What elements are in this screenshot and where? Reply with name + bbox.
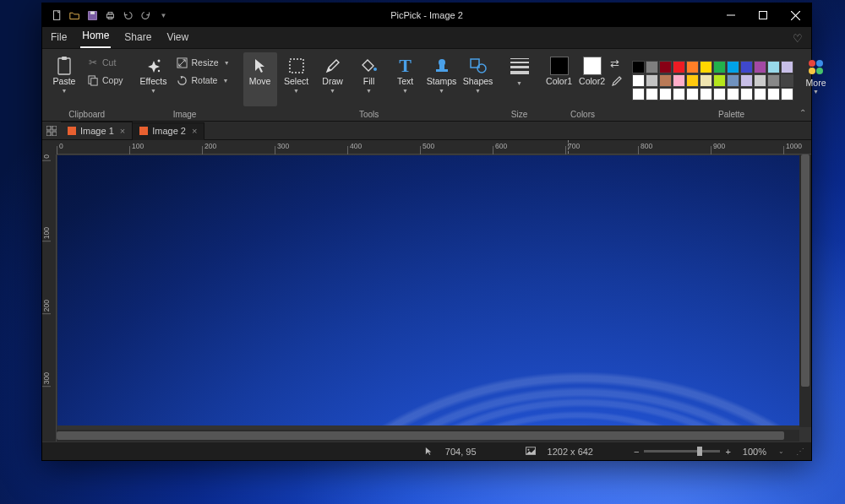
palette-color[interactable] xyxy=(740,61,753,73)
redo-icon[interactable] xyxy=(139,9,152,22)
canvas-dim-icon xyxy=(526,447,536,456)
palette-color[interactable] xyxy=(740,88,753,100)
ruler-tick: 200 xyxy=(42,300,51,314)
tab-layout-icon[interactable] xyxy=(42,123,61,138)
rotate-button[interactable]: Rotate ▼ xyxy=(173,72,233,89)
palette-color[interactable] xyxy=(727,88,739,100)
palette-color[interactable] xyxy=(713,74,726,87)
svg-rect-17 xyxy=(290,59,303,73)
resize-grip-icon[interactable]: ⋰ xyxy=(796,447,804,456)
color2-button[interactable]: Color2 xyxy=(577,52,608,106)
palette-color[interactable] xyxy=(673,88,685,100)
tab-home[interactable]: Home xyxy=(80,26,111,48)
zoom-slider[interactable]: − + xyxy=(634,447,731,457)
palette-color[interactable] xyxy=(686,61,699,73)
more-colors-button[interactable]: More ▼ xyxy=(801,54,831,108)
paste-button[interactable]: Paste ▼ xyxy=(47,52,81,106)
tab-view[interactable]: View xyxy=(165,28,190,48)
palette-color[interactable] xyxy=(767,88,780,100)
palette-color[interactable] xyxy=(713,61,726,73)
close-button[interactable] xyxy=(779,3,811,27)
palette-color[interactable] xyxy=(781,61,793,73)
effects-button[interactable]: Effects ▼ xyxy=(137,52,171,106)
palette-color[interactable] xyxy=(686,74,699,87)
new-file-icon[interactable] xyxy=(51,9,63,22)
palette-color[interactable] xyxy=(632,88,645,100)
group-colors: Color1 Color2 ⇄ Colors xyxy=(539,49,627,121)
palette-color[interactable] xyxy=(713,88,726,100)
palette-color[interactable] xyxy=(700,61,712,73)
canvas[interactable] xyxy=(57,155,799,425)
fill-tool-button[interactable]: Fill ▼ xyxy=(352,52,386,106)
zoom-out-icon[interactable]: − xyxy=(634,447,639,457)
ruler-horizontal[interactable]: 01002003004005006007008009001000 xyxy=(57,140,811,154)
move-tool-button[interactable]: Move xyxy=(243,52,277,106)
bucket-icon xyxy=(359,56,379,76)
palette-color[interactable] xyxy=(686,88,699,100)
palette-color[interactable] xyxy=(632,74,645,87)
group-label: Image xyxy=(173,109,197,119)
tab-share[interactable]: Share xyxy=(123,28,153,48)
text-tool-button[interactable]: T Text ▼ xyxy=(389,52,422,106)
clipboard-icon xyxy=(54,56,74,76)
palette-color[interactable] xyxy=(646,74,658,87)
copy-button[interactable]: Copy xyxy=(84,72,127,89)
palette-color[interactable] xyxy=(781,74,793,87)
group-label: Colors xyxy=(570,109,595,119)
palette-color[interactable] xyxy=(767,74,780,87)
size-button[interactable]: ▼ xyxy=(505,52,534,106)
group-label: Size xyxy=(511,109,527,119)
cut-button[interactable]: ✂ Cut xyxy=(84,54,127,71)
undo-icon[interactable] xyxy=(122,9,134,22)
scrollbar-vertical[interactable] xyxy=(799,154,811,427)
ruler-tick: 0 xyxy=(42,154,51,161)
palette-color[interactable] xyxy=(673,74,685,87)
palette-color[interactable] xyxy=(767,61,780,73)
draw-tool-button[interactable]: Draw ▼ xyxy=(316,52,350,106)
open-file-icon[interactable] xyxy=(68,9,81,22)
palette-color[interactable] xyxy=(727,61,739,73)
chevron-down-icon: ▼ xyxy=(222,78,228,84)
zoom-in-icon[interactable]: + xyxy=(725,447,730,457)
collapse-ribbon-icon[interactable]: ⌃ xyxy=(799,108,806,117)
palette-color[interactable] xyxy=(632,61,645,73)
palette-color[interactable] xyxy=(754,61,766,73)
app-window: ▼ PicPick - Image 2 File Home Share View… xyxy=(41,3,812,461)
print-icon[interactable] xyxy=(104,9,117,22)
color1-button[interactable]: Color1 xyxy=(544,52,575,106)
palette-color[interactable] xyxy=(673,61,685,73)
maximize-button[interactable] xyxy=(747,3,779,27)
palette-color[interactable] xyxy=(700,88,712,100)
palette-color[interactable] xyxy=(659,74,672,87)
save-icon[interactable] xyxy=(86,9,99,22)
shapes-tool-button[interactable]: Shapes ▼ xyxy=(461,52,495,106)
palette-color[interactable] xyxy=(659,61,672,73)
palette-color[interactable] xyxy=(659,88,672,100)
palette-color[interactable] xyxy=(646,61,658,73)
palette-color[interactable] xyxy=(727,74,739,87)
zoom-dropdown-icon[interactable]: ⌄ xyxy=(778,447,784,455)
select-tool-button[interactable]: Select ▼ xyxy=(280,52,313,106)
resize-button[interactable]: Resize ▼ xyxy=(173,54,233,71)
scrollbar-horizontal[interactable] xyxy=(57,430,799,442)
stamps-tool-button[interactable]: Stamps ▼ xyxy=(425,52,459,106)
doctab-image2[interactable]: Image 2 × xyxy=(133,122,204,140)
palette-color[interactable] xyxy=(754,88,766,100)
palette-color[interactable] xyxy=(740,74,753,87)
palette-color[interactable] xyxy=(700,74,712,87)
ruler-vertical[interactable]: 0100200300400 xyxy=(42,154,57,442)
eyedropper-icon[interactable] xyxy=(610,76,622,88)
doctab-image1[interactable]: Image 1 × xyxy=(61,122,133,139)
palette-color[interactable] xyxy=(754,74,766,87)
chevron-down-icon: ▼ xyxy=(439,88,444,94)
palette-color[interactable] xyxy=(781,88,793,100)
qat-dropdown-icon[interactable]: ▼ xyxy=(157,9,170,22)
close-icon[interactable]: × xyxy=(120,126,125,136)
minimize-button[interactable] xyxy=(715,3,747,27)
close-icon[interactable]: × xyxy=(192,126,197,136)
palette-color[interactable] xyxy=(646,88,658,100)
tab-file[interactable]: File xyxy=(49,28,68,48)
swap-colors-icon[interactable]: ⇄ xyxy=(610,57,622,70)
ruler-tick: 800 xyxy=(638,146,652,154)
favorite-icon[interactable]: ♡ xyxy=(793,32,803,45)
